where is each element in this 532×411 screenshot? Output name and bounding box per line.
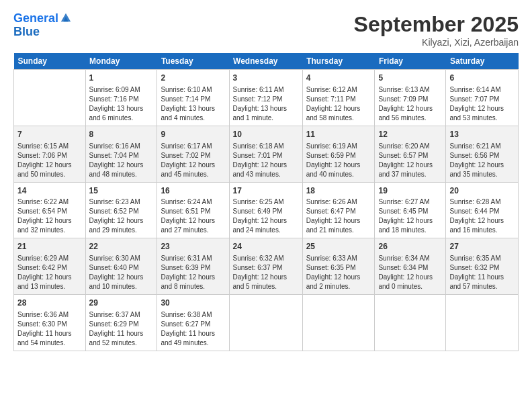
- calendar-week: 1Sunrise: 6:09 AMSunset: 7:16 PMDaylight…: [14, 70, 519, 126]
- day-info: and 8 minutes.: [161, 282, 225, 291]
- day-info: Daylight: 11 hours: [89, 329, 154, 338]
- calendar-table: SundayMondayTuesdayWednesdayThursdayFrid…: [13, 53, 519, 351]
- calendar-cell: 28Sunrise: 6:36 AMSunset: 6:30 PMDayligh…: [14, 295, 86, 351]
- calendar-cell: [375, 295, 446, 351]
- day-info: Daylight: 12 hours: [378, 273, 442, 282]
- day-info: and 27 minutes.: [161, 226, 225, 235]
- day-info: and 16 minutes.: [449, 226, 515, 235]
- calendar-cell: 16Sunrise: 6:24 AMSunset: 6:51 PMDayligh…: [157, 182, 229, 238]
- calendar-cell: 27Sunrise: 6:35 AMSunset: 6:32 PMDayligh…: [446, 238, 519, 295]
- day-info: Sunset: 7:04 PM: [89, 151, 154, 161]
- calendar-week: 7Sunrise: 6:15 AMSunset: 7:06 PMDaylight…: [14, 126, 519, 182]
- day-info: Sunrise: 6:37 AM: [89, 310, 154, 320]
- calendar-cell: 14Sunrise: 6:22 AMSunset: 6:54 PMDayligh…: [14, 182, 86, 238]
- day-info: Daylight: 12 hours: [161, 273, 225, 282]
- day-info: Daylight: 12 hours: [306, 273, 371, 282]
- calendar-cell: [446, 295, 519, 351]
- day-info: and 35 minutes.: [449, 170, 515, 179]
- day-info: Sunset: 6:52 PM: [89, 207, 154, 216]
- day-number: 25: [306, 241, 371, 253]
- calendar-week: 14Sunrise: 6:22 AMSunset: 6:54 PMDayligh…: [14, 182, 519, 238]
- day-number: 12: [378, 129, 442, 140]
- day-info: and 1 minute.: [233, 113, 299, 123]
- calendar-cell: 20Sunrise: 6:28 AMSunset: 6:44 PMDayligh…: [446, 182, 519, 238]
- day-info: Daylight: 11 hours: [449, 273, 515, 282]
- day-info: Sunrise: 6:23 AM: [89, 197, 154, 207]
- day-info: Sunrise: 6:38 AM: [161, 310, 225, 320]
- day-info: and 45 minutes.: [161, 170, 225, 179]
- day-info: Sunrise: 6:20 AM: [378, 142, 442, 151]
- day-info: and 54 minutes.: [17, 338, 82, 348]
- calendar-cell: 11Sunrise: 6:19 AMSunset: 6:59 PMDayligh…: [302, 126, 375, 182]
- day-info: Daylight: 12 hours: [306, 216, 371, 226]
- day-info: Sunrise: 6:11 AM: [233, 85, 299, 95]
- day-info: Sunrise: 6:15 AM: [17, 142, 82, 151]
- day-info: and 43 minutes.: [233, 170, 299, 179]
- day-info: Sunrise: 6:35 AM: [449, 254, 515, 263]
- day-info: Daylight: 12 hours: [17, 161, 82, 170]
- day-info: Daylight: 12 hours: [161, 216, 225, 226]
- day-info: and 13 minutes.: [17, 282, 82, 291]
- day-info: Daylight: 12 hours: [17, 273, 82, 282]
- day-info: Sunrise: 6:36 AM: [17, 310, 82, 320]
- calendar-cell: 25Sunrise: 6:33 AMSunset: 6:35 PMDayligh…: [302, 238, 375, 295]
- day-info: Sunset: 7:11 PM: [306, 95, 371, 104]
- day-info: and 5 minutes.: [233, 282, 299, 291]
- day-info: Sunset: 7:01 PM: [233, 151, 299, 161]
- day-info: Sunrise: 6:13 AM: [378, 85, 442, 95]
- day-info: Daylight: 13 hours: [233, 104, 299, 113]
- day-info: Sunrise: 6:18 AM: [233, 142, 299, 151]
- day-info: Daylight: 12 hours: [378, 104, 442, 113]
- day-number: 18: [306, 185, 371, 197]
- calendar-cell: [302, 295, 375, 351]
- day-number: 27: [449, 241, 515, 253]
- calendar-cell: 6Sunrise: 6:14 AMSunset: 7:07 PMDaylight…: [446, 70, 519, 126]
- day-info: Daylight: 12 hours: [449, 161, 515, 170]
- day-info: and 0 minutes.: [378, 282, 442, 291]
- day-info: Sunrise: 6:16 AM: [89, 142, 154, 151]
- day-info: Daylight: 13 hours: [89, 104, 154, 113]
- weekday-header: Friday: [375, 53, 446, 70]
- calendar-cell: 19Sunrise: 6:27 AMSunset: 6:45 PMDayligh…: [375, 182, 446, 238]
- day-number: 5: [378, 73, 442, 84]
- day-number: 19: [378, 185, 442, 197]
- day-info: Sunset: 6:49 PM: [233, 207, 299, 216]
- day-info: Sunrise: 6:22 AM: [17, 197, 82, 207]
- day-info: Daylight: 11 hours: [161, 329, 225, 338]
- day-number: 11: [306, 129, 371, 140]
- day-info: Sunset: 6:40 PM: [89, 263, 154, 273]
- day-info: and 40 minutes.: [306, 170, 371, 179]
- calendar-week: 28Sunrise: 6:36 AMSunset: 6:30 PMDayligh…: [14, 295, 519, 351]
- calendar-page: General Blue September 2025 Kilyazi, Xiz…: [0, 0, 532, 411]
- day-info: Sunset: 6:30 PM: [17, 320, 82, 329]
- weekday-header: Tuesday: [157, 53, 229, 70]
- day-info: Daylight: 12 hours: [89, 273, 154, 282]
- day-info: Sunset: 6:54 PM: [17, 207, 82, 216]
- title-block: September 2025 Kilyazi, Xizi, Azerbaijan: [354, 12, 519, 48]
- day-info: Sunrise: 6:24 AM: [161, 197, 225, 207]
- day-info: Sunset: 7:02 PM: [161, 151, 225, 161]
- day-info: and 37 minutes.: [378, 170, 442, 179]
- calendar-cell: 18Sunrise: 6:26 AMSunset: 6:47 PMDayligh…: [302, 182, 375, 238]
- day-number: 28: [17, 298, 82, 309]
- day-info: Sunrise: 6:10 AM: [161, 85, 225, 95]
- location: Kilyazi, Xizi, Azerbaijan: [354, 37, 519, 48]
- calendar-cell: 29Sunrise: 6:37 AMSunset: 6:29 PMDayligh…: [85, 295, 157, 351]
- logo-text: General: [13, 12, 58, 26]
- calendar-cell: 17Sunrise: 6:25 AMSunset: 6:49 PMDayligh…: [229, 182, 302, 238]
- day-number: 1: [89, 73, 154, 84]
- calendar-cell: 3Sunrise: 6:11 AMSunset: 7:12 PMDaylight…: [229, 70, 302, 126]
- day-info: and 29 minutes.: [89, 226, 154, 235]
- day-number: 15: [89, 185, 154, 197]
- day-info: Sunset: 6:27 PM: [161, 320, 225, 329]
- day-info: Daylight: 12 hours: [233, 161, 299, 170]
- day-info: and 10 minutes.: [89, 282, 154, 291]
- day-info: Daylight: 12 hours: [89, 161, 154, 170]
- weekday-header: Sunday: [14, 53, 86, 70]
- calendar-cell: 1Sunrise: 6:09 AMSunset: 7:16 PMDaylight…: [85, 70, 157, 126]
- day-info: Sunrise: 6:32 AM: [233, 254, 299, 263]
- calendar-cell: 8Sunrise: 6:16 AMSunset: 7:04 PMDaylight…: [85, 126, 157, 182]
- day-info: Sunrise: 6:34 AM: [378, 254, 442, 263]
- day-info: Sunset: 7:06 PM: [17, 151, 82, 161]
- day-info: Sunset: 6:51 PM: [161, 207, 225, 216]
